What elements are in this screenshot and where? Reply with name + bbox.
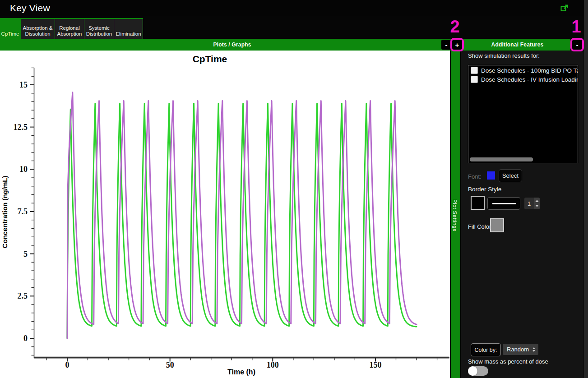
color-by-dropdown[interactable]: Random <box>503 344 538 355</box>
spin-up-icon[interactable] <box>535 200 539 202</box>
plots-collapse-button[interactable]: - <box>441 40 451 50</box>
show-mass-label: Show mass as percent of dose <box>468 358 548 365</box>
tab-elimination[interactable]: Elimination <box>114 18 143 39</box>
border-width-value: 1 <box>524 198 534 209</box>
svg-text:0: 0 <box>65 360 69 369</box>
fill-color-swatch[interactable] <box>490 218 504 232</box>
annotation-number-1: 1 <box>568 17 584 36</box>
tab-label: CpTime <box>0 31 20 39</box>
line-style-sample <box>492 203 516 204</box>
border-width-spin-buttons[interactable] <box>534 198 540 209</box>
simulation-results-list[interactable]: Dose Schedules - 100mg BID PO Tablet -Do… <box>468 65 578 163</box>
svg-text:5: 5 <box>23 249 28 258</box>
cptime-plot: 05010015002.557.51012.515CpTimeTime (h)C… <box>0 51 450 378</box>
svg-text:Concentration (ng/mL): Concentration (ng/mL) <box>1 176 9 249</box>
open-in-new-window-icon[interactable] <box>560 4 569 12</box>
plot-settings-label: Plot Settings <box>452 199 458 231</box>
window-title: Key View <box>10 3 50 14</box>
additional-features-panel: Show simulation results for: Dose Schedu… <box>461 51 583 378</box>
checkbox[interactable] <box>471 76 478 83</box>
border-color-swatch[interactable] <box>471 196 485 210</box>
annotation-number-2: 2 <box>447 17 463 36</box>
color-by-value: Random <box>507 346 532 353</box>
plot-settings-tab[interactable]: Plot Settings <box>450 51 461 378</box>
tab-cptime[interactable]: CpTime <box>0 18 21 39</box>
fill-color-label: Fill Color <box>468 223 491 230</box>
plots-graphs-title: Plots / Graphs <box>213 41 251 48</box>
svg-text:7.5: 7.5 <box>18 207 28 216</box>
list-item-label: Dose Schedules - 100mg BID PO Tablet - <box>481 67 578 74</box>
svg-text:0: 0 <box>23 334 28 343</box>
tab-label: Absorption & Dissolution <box>21 25 55 39</box>
show-results-label: Show simulation results for: <box>468 52 540 59</box>
font-label: Font: <box>468 173 482 180</box>
list-item[interactable]: Dose Schedules - 100mg BID PO Tablet - <box>468 65 578 74</box>
tab-systemic-distribution[interactable]: Systemic Distribution <box>84 18 114 39</box>
tab-label: Regional Absorption <box>55 25 84 39</box>
svg-text:100: 100 <box>267 360 279 369</box>
additional-features-title: Additional Features <box>491 41 544 48</box>
svg-text:10: 10 <box>19 165 28 174</box>
svg-text:12.5: 12.5 <box>14 123 28 132</box>
list-horizontal-scrollbar[interactable] <box>470 157 533 161</box>
tab-absorption-dissolution[interactable]: Absorption & Dissolution <box>21 18 55 39</box>
svg-text:2.5: 2.5 <box>18 291 28 300</box>
border-width-stepper[interactable]: 1 <box>524 198 540 209</box>
window-edge-strip <box>584 0 588 378</box>
list-item[interactable]: Dose Schedules - IV Infusion Loading plu <box>468 74 578 83</box>
show-mass-toggle[interactable] <box>468 366 488 376</box>
svg-text:CpTime: CpTime <box>193 54 227 64</box>
dropdown-arrows-icon <box>532 347 535 352</box>
border-line-style-select[interactable] <box>487 197 520 210</box>
tab-regional-absorption[interactable]: Regional Absorption <box>55 18 84 39</box>
svg-text:50: 50 <box>166 360 174 369</box>
annotation-box-2 <box>450 38 464 51</box>
window-titlebar: Key View <box>0 0 588 16</box>
view-tabs: CpTimeAbsorption & DissolutionRegional A… <box>0 16 588 39</box>
additional-features-header: Additional Features <box>464 39 570 51</box>
svg-text:Time (h): Time (h) <box>227 368 255 376</box>
checkbox[interactable] <box>471 67 478 74</box>
font-select-button[interactable]: Select <box>499 169 522 182</box>
svg-text:15: 15 <box>19 80 28 89</box>
border-style-label: Border Style <box>468 186 501 193</box>
tab-label: Systemic Distribution <box>84 25 114 39</box>
annotation-box-1 <box>570 38 584 51</box>
plots-graphs-header: Plots / Graphs <box>0 39 464 51</box>
spin-down-icon[interactable] <box>535 205 539 207</box>
font-color-swatch[interactable] <box>487 171 495 180</box>
list-item-label: Dose Schedules - IV Infusion Loading plu <box>481 76 578 83</box>
color-by-button[interactable]: Color by: <box>471 343 501 356</box>
toggle-knob <box>468 366 477 376</box>
cptime-plot-svg: 05010015002.557.51012.515CpTimeTime (h)C… <box>0 51 450 378</box>
svg-text:150: 150 <box>369 360 381 369</box>
tab-label: Elimination <box>114 31 142 39</box>
